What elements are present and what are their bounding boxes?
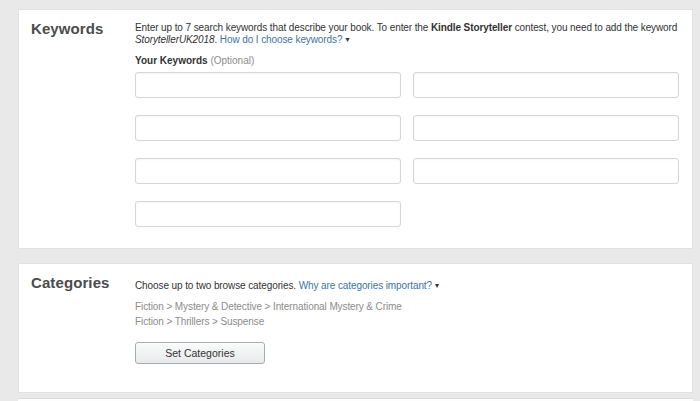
keywords-input-grid <box>135 72 679 227</box>
keywords-content: Enter up to 7 search keywords that descr… <box>135 20 679 248</box>
keyword-input-7[interactable] <box>135 201 401 227</box>
set-categories-button[interactable]: Set Categories <box>135 342 265 364</box>
keyword-input-2[interactable] <box>413 72 679 98</box>
why-are-categories-important-link[interactable]: Why are categories important? <box>299 280 432 291</box>
categories-section-title: Categories <box>31 274 135 292</box>
categories-dropdown-arrow-icon[interactable]: ▾ <box>435 281 439 290</box>
selected-categories-list: Fiction > Mystery & Detective > Internat… <box>135 299 679 329</box>
categories-content: Choose up to two browse categories. Why … <box>135 274 679 392</box>
selected-category-1: Fiction > Mystery & Detective > Internat… <box>135 299 679 314</box>
keywords-section-title: Keywords <box>31 20 135 38</box>
keyword-input-6[interactable] <box>413 158 679 184</box>
how-do-i-choose-keywords-link[interactable]: How do I choose keywords? <box>220 34 343 45</box>
page: Keywords Enter up to 7 search keywords t… <box>0 0 700 401</box>
storyteller-keyword-italic: StorytellerUK2018 <box>135 34 214 45</box>
keywords-description: Enter up to 7 search keywords that descr… <box>135 22 679 46</box>
keywords-section: Keywords Enter up to 7 search keywords t… <box>18 9 693 249</box>
kindle-storyteller-bold: Kindle Storyteller <box>431 22 512 33</box>
categories-title-column: Categories <box>31 274 135 392</box>
selected-category-2: Fiction > Thrillers > Suspense <box>135 314 679 329</box>
categories-description: Choose up to two browse categories. Why … <box>135 280 679 292</box>
keyword-input-5[interactable] <box>135 158 401 184</box>
keywords-title-column: Keywords <box>31 20 135 248</box>
your-keywords-label: Your Keywords <box>135 55 208 66</box>
keyword-input-3[interactable] <box>135 115 401 141</box>
keyword-input-4[interactable] <box>413 115 679 141</box>
categories-section: Categories Choose up to two browse categ… <box>18 263 693 393</box>
keywords-description-line-2: StorytellerUK2018. How do I choose keywo… <box>135 34 679 46</box>
optional-label: (Optional) <box>210 55 254 66</box>
keywords-dropdown-arrow-icon[interactable]: ▾ <box>345 35 349 44</box>
keywords-description-line-1: Enter up to 7 search keywords that descr… <box>135 22 679 34</box>
your-keywords-label-row: Your Keywords (Optional) <box>135 55 679 67</box>
keyword-input-1[interactable] <box>135 72 401 98</box>
